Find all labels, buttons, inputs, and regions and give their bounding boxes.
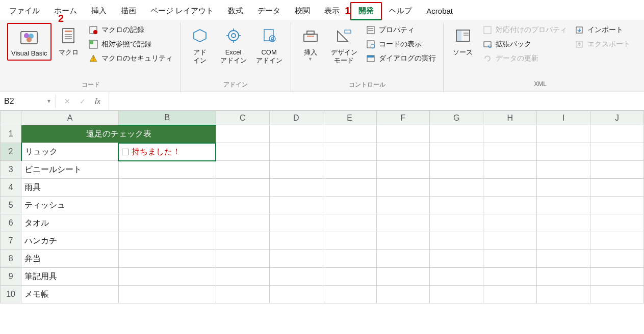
cell-E3[interactable] bbox=[323, 161, 376, 179]
checkbox[interactable] bbox=[122, 149, 128, 155]
properties-button[interactable]: プロパティ bbox=[364, 24, 438, 36]
cell-C10[interactable] bbox=[216, 286, 269, 303]
menu-page-layout[interactable]: ページ レイアウト bbox=[143, 3, 221, 19]
cell-E1[interactable] bbox=[323, 125, 376, 143]
col-header-G[interactable]: G bbox=[430, 111, 483, 125]
cell-D8[interactable] bbox=[269, 250, 323, 268]
menu-formulas[interactable]: 数式 bbox=[221, 3, 250, 19]
record-macro-button[interactable]: マクロの記録 bbox=[86, 24, 175, 36]
cell-A6[interactable]: タオル bbox=[21, 214, 119, 232]
cell-F4[interactable] bbox=[376, 179, 430, 197]
row-header-6[interactable]: 6 bbox=[1, 214, 21, 232]
cell-E5[interactable] bbox=[323, 197, 376, 214]
row-header-1[interactable]: 1 bbox=[1, 125, 21, 143]
cell-J8[interactable] bbox=[590, 250, 644, 268]
cell-B6[interactable] bbox=[118, 214, 216, 232]
cell-C2[interactable] bbox=[216, 143, 269, 161]
col-header-E[interactable]: E bbox=[323, 111, 376, 125]
name-box[interactable]: B2 ▼ bbox=[0, 95, 56, 108]
cell-C7[interactable] bbox=[216, 232, 269, 250]
cell-D6[interactable] bbox=[269, 214, 323, 232]
cell-F5[interactable] bbox=[376, 197, 430, 214]
cell-H3[interactable] bbox=[483, 161, 537, 179]
cell-A8[interactable]: 弁当 bbox=[21, 250, 119, 268]
col-header-F[interactable]: F bbox=[376, 111, 430, 125]
run-dialog-button[interactable]: ダイアログの実行 bbox=[364, 52, 438, 65]
cell-G8[interactable] bbox=[430, 250, 483, 268]
cell-F10[interactable] bbox=[376, 286, 430, 303]
cell-C5[interactable] bbox=[216, 197, 269, 214]
cell-E6[interactable] bbox=[323, 214, 376, 232]
cell-E7[interactable] bbox=[323, 232, 376, 250]
cell-J9[interactable] bbox=[590, 268, 644, 286]
cell-G10[interactable] bbox=[430, 286, 483, 303]
cell-A3[interactable]: ビニールシート bbox=[21, 161, 119, 179]
cell-D10[interactable] bbox=[269, 286, 323, 303]
col-header-A[interactable]: A bbox=[21, 111, 119, 125]
cell-A4[interactable]: 雨具 bbox=[21, 179, 119, 197]
cell-H10[interactable] bbox=[483, 286, 537, 303]
cell-C3[interactable] bbox=[216, 161, 269, 179]
excel-addins-button[interactable]: Excel アドイン bbox=[217, 23, 250, 66]
cell-G3[interactable] bbox=[430, 161, 483, 179]
cell-G9[interactable] bbox=[430, 268, 483, 286]
cell-C4[interactable] bbox=[216, 179, 269, 197]
col-header-B[interactable]: B bbox=[118, 111, 216, 125]
cell-H9[interactable] bbox=[483, 268, 537, 286]
cell-A9[interactable]: 筆記用具 bbox=[21, 268, 119, 286]
import-button[interactable]: インポート bbox=[572, 24, 632, 36]
cell-I9[interactable] bbox=[537, 268, 590, 286]
cell-D7[interactable] bbox=[269, 232, 323, 250]
cell-I7[interactable] bbox=[537, 232, 590, 250]
cell-C8[interactable] bbox=[216, 250, 269, 268]
cell-D5[interactable] bbox=[269, 197, 323, 214]
menu-developer[interactable]: 開発 bbox=[350, 2, 382, 20]
cell-J7[interactable] bbox=[590, 232, 644, 250]
cell-I10[interactable] bbox=[537, 286, 590, 303]
menu-file[interactable]: ファイル bbox=[2, 3, 47, 19]
cell-C1[interactable] bbox=[216, 125, 269, 143]
cell-D3[interactable] bbox=[269, 161, 323, 179]
cell-J5[interactable] bbox=[590, 197, 644, 214]
cell-B5[interactable] bbox=[118, 197, 216, 214]
cell-H6[interactable] bbox=[483, 214, 537, 232]
cell-I1[interactable] bbox=[537, 125, 590, 143]
cell-F6[interactable] bbox=[376, 214, 430, 232]
cell-D2[interactable] bbox=[269, 143, 323, 161]
row-header-5[interactable]: 5 bbox=[1, 197, 21, 214]
cell-J1[interactable] bbox=[590, 125, 644, 143]
cell-G7[interactable] bbox=[430, 232, 483, 250]
macro-security-button[interactable]: ! マクロのセキュリティ bbox=[86, 52, 175, 65]
cell-J6[interactable] bbox=[590, 214, 644, 232]
insert-control-button[interactable]: 挿入 ▼ bbox=[296, 23, 325, 64]
cell-F8[interactable] bbox=[376, 250, 430, 268]
col-header-J[interactable]: J bbox=[590, 111, 644, 125]
table-header[interactable]: 遠足のチェック表 bbox=[21, 125, 216, 143]
cell-B8[interactable] bbox=[118, 250, 216, 268]
menu-view[interactable]: 表示 bbox=[317, 3, 347, 19]
row-header-9[interactable]: 9 bbox=[1, 268, 21, 286]
view-code-button[interactable]: コードの表示 bbox=[364, 38, 438, 50]
row-header-4[interactable]: 4 bbox=[1, 179, 21, 197]
confirm-icon[interactable]: ✓ bbox=[80, 97, 86, 105]
menu-acrobat[interactable]: Acrobat bbox=[419, 4, 460, 18]
cell-G2[interactable] bbox=[430, 143, 483, 161]
cell-B10[interactable] bbox=[118, 286, 216, 303]
cell-D4[interactable] bbox=[269, 179, 323, 197]
cell-H8[interactable] bbox=[483, 250, 537, 268]
cell-J10[interactable] bbox=[590, 286, 644, 303]
cell-I2[interactable] bbox=[537, 143, 590, 161]
col-header-D[interactable]: D bbox=[269, 111, 323, 125]
cell-E2[interactable] bbox=[323, 143, 376, 161]
cell-D1[interactable] bbox=[269, 125, 323, 143]
cell-G6[interactable] bbox=[430, 214, 483, 232]
cell-E8[interactable] bbox=[323, 250, 376, 268]
cell-G1[interactable] bbox=[430, 125, 483, 143]
col-header-C[interactable]: C bbox=[216, 111, 269, 125]
row-header-2[interactable]: 2 bbox=[1, 143, 21, 161]
cell-C6[interactable] bbox=[216, 214, 269, 232]
cell-G5[interactable] bbox=[430, 197, 483, 214]
com-addins-button[interactable]: COM アドイン bbox=[253, 23, 286, 66]
col-header-I[interactable]: I bbox=[537, 111, 590, 125]
map-properties-button[interactable]: 対応付けのプロパティ bbox=[480, 24, 569, 36]
